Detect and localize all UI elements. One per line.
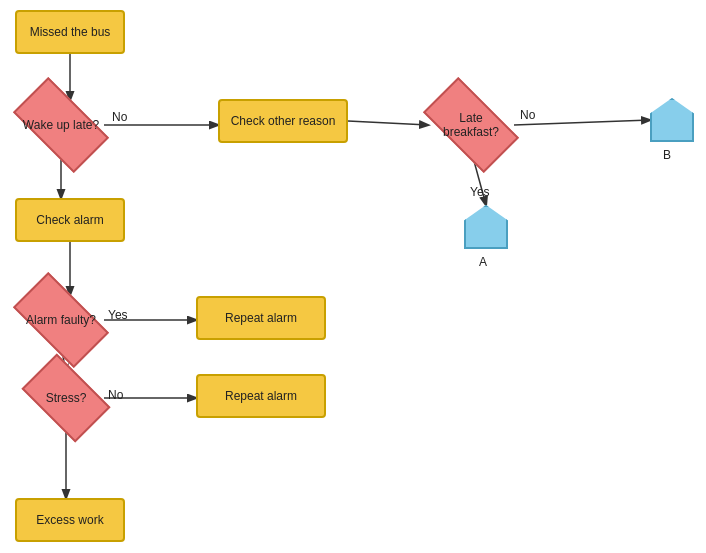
- no-late-label: No: [520, 108, 535, 122]
- arrows-layer: [0, 0, 706, 553]
- excess-work-node: Excess work: [15, 498, 125, 542]
- connector-b-node: [650, 98, 694, 142]
- missed-the-bus-node: Missed the bus: [15, 10, 125, 54]
- stress-node: Stress?: [21, 353, 110, 442]
- connector-a-node: [464, 205, 508, 249]
- check-alarm-node: Check alarm: [15, 198, 125, 242]
- wake-up-late-node: Wake up late?: [13, 77, 109, 173]
- no-stress-label: No: [108, 388, 123, 402]
- no-wake-label: No: [112, 110, 127, 124]
- check-other-reason-node: Check other reason: [218, 99, 348, 143]
- connector-a-label: A: [479, 255, 487, 269]
- yes-late-label: Yes: [470, 185, 490, 199]
- svg-line-3: [348, 121, 428, 125]
- connector-b-label: B: [663, 148, 671, 162]
- late-breakfast-node: Late breakfast?: [423, 77, 519, 173]
- repeat-alarm-2-node: Repeat alarm: [196, 374, 326, 418]
- repeat-alarm-1-node: Repeat alarm: [196, 296, 326, 340]
- alarm-faulty-node: Alarm faulty?: [13, 272, 109, 368]
- yes-alarm-label: Yes: [108, 308, 128, 322]
- flowchart-canvas: Missed the bus Wake up late? Check other…: [0, 0, 706, 553]
